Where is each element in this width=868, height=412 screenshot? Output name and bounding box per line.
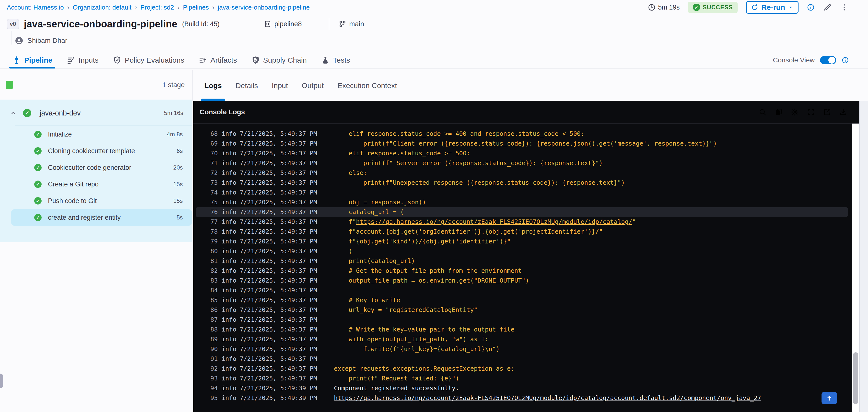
rerun-button[interactable]: Re-run [746,1,799,14]
log-line-76[interactable]: 76info7/21/2025, 5:49:37 PMcatalog_url =… [196,207,848,217]
breadcrumb-item[interactable]: Project: sd2 [141,4,174,11]
settings-gear-icon[interactable] [791,108,799,116]
repo-chip[interactable]: pipeline8 [264,20,302,28]
log-line-94[interactable]: 94info7/21/2025, 5:49:39 PMComponent reg… [196,383,848,393]
log-level: info [222,149,237,158]
log-line-71[interactable]: 71info7/21/2025, 5:49:37 PMprint(f" Serv… [196,158,848,168]
tab-supply-chain[interactable]: Supply Chain [251,52,307,68]
open-in-new-icon[interactable] [823,108,831,116]
step-row-cookiecutter-code-generator[interactable]: ✓Cookiecutter code generator20s [11,159,192,176]
log-line-77[interactable]: 77info7/21/2025, 5:49:37 PMf"https://qa.… [196,217,848,227]
info-icon[interactable] [807,3,815,11]
log-line-78[interactable]: 78info7/21/2025, 5:49:37 PMf"account.{ob… [196,227,848,236]
console-view-toggle[interactable] [820,56,836,64]
log-text: elif response.status_code >= 500: [334,149,470,158]
edit-pencil-icon[interactable] [823,3,832,12]
copy-icon[interactable] [775,108,783,116]
chevron-up-icon[interactable] [10,109,17,117]
log-tab-details[interactable]: Details [236,70,258,101]
tab-artifacts[interactable]: Artifacts [198,52,237,68]
log-scrollbar-track[interactable] [852,124,859,412]
log-line-75[interactable]: 75info7/21/2025, 5:49:37 PMobj = respons… [196,197,848,207]
info-icon[interactable] [842,57,849,64]
log-line-88[interactable]: 88info7/21/2025, 5:49:37 PM# Write the k… [196,325,848,335]
log-line-74[interactable]: 74info7/21/2025, 5:49:37 PM [196,188,848,197]
log-line-72[interactable]: 72info7/21/2025, 5:49:37 PMelse: [196,168,848,178]
log-line-70[interactable]: 70info7/21/2025, 5:49:37 PMelif response… [196,149,848,158]
tab-pipeline[interactable]: Pipeline [12,52,52,68]
breadcrumb-separator: › [212,4,214,11]
download-icon[interactable] [839,108,847,116]
log-line-93[interactable]: 93info7/21/2025, 5:49:37 PMprint(f" Requ… [196,374,848,383]
log-line-68[interactable]: 68info7/21/2025, 5:49:37 PMelif response… [196,129,848,139]
step-row-initialize[interactable]: ✓Initialize4m 8s [11,126,192,142]
log-text: else: [334,168,367,178]
log-line-73[interactable]: 73info7/21/2025, 5:49:37 PMprint(f"Unexp… [196,178,848,188]
step-row-push-code-to-git[interactable]: ✓Push code to Git15s [11,193,192,209]
log-line-number: 76 [203,207,218,217]
log-line-69[interactable]: 69info7/21/2025, 5:49:37 PMprint(f"Clien… [196,139,848,149]
log-line-79[interactable]: 79info7/21/2025, 5:49:37 PMf"{obj.get('k… [196,236,848,246]
drawer-handle[interactable] [0,374,3,388]
breadcrumb-item[interactable]: java-service-onboarding-pipeline [218,4,310,11]
log-line-84[interactable]: 84info7/21/2025, 5:49:37 PM [196,286,848,295]
page-title: java-service-onboarding-pipeline [24,19,177,30]
log-tab-logs[interactable]: Logs [204,70,222,101]
log-line-81[interactable]: 81info7/21/2025, 5:49:37 PMprint(catalog… [196,256,848,266]
log-timestamp: 7/21/2025, 5:49:37 PM [240,374,320,383]
log-level: info [222,236,237,246]
log-level: info [222,325,237,335]
log-timestamp: 7/21/2025, 5:49:37 PM [240,236,320,246]
log-line-86[interactable]: 86info7/21/2025, 5:49:37 PMurl_key = "re… [196,305,848,315]
branch-chip[interactable]: main [339,20,364,28]
log-line-85[interactable]: 85info7/21/2025, 5:49:37 PM# Key to writ… [196,295,848,305]
log-line-87[interactable]: 87info7/21/2025, 5:49:37 PM [196,315,848,325]
log-line-90[interactable]: 90info7/21/2025, 5:49:37 PMf.write(f"{ur… [196,344,848,354]
breadcrumb-item[interactable]: Account: Harness.io [7,4,64,11]
duration-text: 5m 19s [658,4,680,11]
search-icon[interactable] [758,108,767,116]
kebab-menu-icon[interactable] [840,3,848,11]
log-text: except requests.exceptions.RequestExcept… [334,364,515,374]
breadcrumb-item[interactable]: Organization: default [73,4,131,11]
log-line-89[interactable]: 89info7/21/2025, 5:49:37 PMwith open(out… [196,335,848,344]
log-tab-output[interactable]: Output [302,70,324,101]
execution-duration: 5m 19s [648,3,680,11]
stage-count-label: 1 stage [162,81,185,89]
log-line-91[interactable]: 91info7/21/2025, 5:49:37 PM [196,354,848,364]
log-scrollbar-thumb[interactable] [853,352,858,404]
log-tab-execution-context[interactable]: Execution Context [337,70,397,101]
tab-tests[interactable]: Tests [321,52,350,68]
log-link[interactable]: https://qa.harness.io/ng/account/zEaak-F… [334,394,761,402]
log-level: info [222,197,237,207]
refresh-icon [751,4,758,11]
log-line-83[interactable]: 83info7/21/2025, 5:49:37 PMoutput_file_p… [196,276,848,286]
log-line-95[interactable]: 95info7/21/2025, 5:49:39 PMhttps://qa.ha… [196,393,848,403]
log-line-82[interactable]: 82info7/21/2025, 5:49:37 PM# Get the out… [196,266,848,276]
log-link[interactable]: https://qa.harness.io/ng/account/zEaak-F… [356,218,632,225]
log-line-80[interactable]: 80info7/21/2025, 5:49:37 PM) [196,246,848,256]
log-line-number: 91 [203,354,218,364]
step-row-cloning-cookiecutter-template[interactable]: ✓Cloning cookiecutter template6s [11,142,192,159]
log-line-number: 81 [203,256,218,266]
log-line-number: 70 [203,149,218,158]
step-row-create-a-git-repo[interactable]: ✓Create a Git repo15s [11,176,192,193]
fullscreen-icon[interactable] [807,108,815,116]
log-tab-input[interactable]: Input [272,70,288,101]
tab-inputs[interactable]: Inputs [66,52,99,68]
scroll-to-top-button[interactable] [822,392,837,404]
step-name: Initialize [48,131,167,138]
step-name: Create a Git repo [48,181,173,188]
log-level: info [222,217,237,227]
supply-chain-shield-icon [251,56,260,65]
log-level: info [222,256,237,266]
stage-row[interactable]: ✓ java-onb-dev 5m 16s [0,104,192,122]
success-check-icon: ✓ [34,147,41,155]
step-row-create-and-register-entity[interactable]: ✓create and register entity5s [11,209,192,226]
log-line-92[interactable]: 92info7/21/2025, 5:49:37 PMexcept reques… [196,364,848,374]
success-check-icon: ✓ [34,214,41,221]
breadcrumb-item[interactable]: Pipelines [183,4,209,11]
step-name: Cloning cookiecutter template [48,147,177,155]
log-level: info [222,335,237,344]
tab-policy-evaluations[interactable]: Policy Evaluations [113,52,184,68]
